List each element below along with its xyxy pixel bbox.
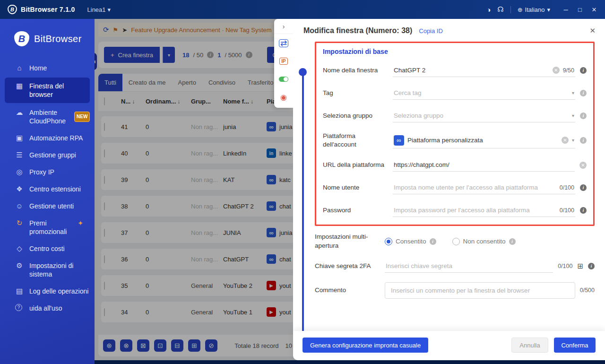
sidebar-item-home[interactable]: ⌂ Home [0, 60, 95, 77]
chevron-down-icon: ▾ [547, 6, 550, 13]
info-icon[interactable]: i [580, 207, 587, 214]
platform-select[interactable] [407, 137, 558, 144]
radio-selected-icon[interactable] [385, 238, 392, 245]
twofa-input[interactable] [386, 262, 552, 269]
info-icon[interactable]: i [580, 90, 587, 96]
question-icon: ? [15, 304, 22, 311]
sidebar-item-browser-window[interactable]: ▦ Finestra del browser [5, 78, 90, 103]
info-icon[interactable]: i [580, 137, 587, 144]
image-upload-icon[interactable]: ⊞ [577, 262, 583, 270]
modal-footer: Genera configurazione impronta casuale A… [293, 331, 605, 360]
robot-icon: ▣ [15, 134, 24, 142]
char-counter: 9/50 [563, 67, 574, 74]
info-icon[interactable]: i [509, 238, 516, 245]
brand-logo-icon: B [14, 31, 29, 46]
chevron-down-icon[interactable]: ▾ [572, 113, 574, 118]
sidebar-item-groups[interactable]: ☰ Gestione gruppi [0, 147, 95, 164]
info-icon[interactable]: i [580, 184, 587, 191]
close-button[interactable]: ✕ [588, 3, 600, 16]
fingerprint-icon[interactable]: ◉ [280, 93, 287, 102]
support-headset-icon[interactable]: ☊ [497, 5, 503, 14]
chevron-right-icon[interactable]: › [274, 19, 293, 34]
generate-fingerprint-button[interactable]: Genera configurazione impronta casuale [302, 338, 428, 353]
grid-icon: ▦ [15, 82, 24, 90]
base-settings-section: Impostazioni di base Nome della finestra… [315, 42, 595, 226]
char-counter: 0/100 [560, 207, 574, 214]
ip-icon[interactable]: IP [279, 58, 287, 65]
sidebar-item-rpa[interactable]: ▣ Automazione RPA [0, 130, 95, 147]
sidebar-item-rewards[interactable]: ↻ Premi promozionali ✦ [0, 215, 95, 240]
maximize-button[interactable]: □ [574, 3, 586, 16]
info-icon[interactable]: i [580, 67, 587, 74]
globe-icon: ⊕ [518, 6, 523, 13]
app-logo-icon: B [8, 5, 17, 14]
sidebar-item-logs[interactable]: ▤ Log delle operazioni [0, 283, 95, 300]
username-input[interactable] [394, 184, 556, 191]
char-counter: 0/100 [560, 184, 574, 191]
radio-consentito[interactable]: Consentito i [385, 238, 436, 245]
field-username: Nome utente 0/100 i [323, 181, 587, 194]
quick-tools-strip: › ⇄ IP ◉ [274, 19, 293, 108]
field-url: URL della piattaforma ✕ [323, 158, 587, 172]
location-icon: ◎ [15, 168, 24, 176]
custom-platform-icon: ∞ [394, 135, 404, 146]
new-badge: NEW [74, 112, 90, 122]
clear-icon[interactable]: ✕ [562, 137, 569, 144]
sidebar-item-proxy[interactable]: ◎ Proxy IP [0, 164, 95, 181]
reward-icon: ↻ [15, 219, 24, 227]
field-group: Seleziona gruppo ▾ i [323, 109, 587, 122]
field-password: Password 0/100 i [323, 204, 587, 217]
info-icon[interactable]: i [430, 238, 436, 245]
transfer-icon[interactable]: ⇄ [279, 39, 288, 47]
document-icon: ▤ [15, 287, 24, 295]
field-tag: Tag ▾ i [323, 87, 587, 100]
confirm-button[interactable]: Conferma [554, 338, 596, 353]
comment-input[interactable] [391, 287, 569, 294]
info-icon[interactable]: i [580, 113, 587, 119]
sidebar-item-extensions[interactable]: ❖ Centro estensioni [0, 181, 95, 198]
chevron-down-icon[interactable]: ▾ [572, 138, 574, 143]
sidebar-item-guide[interactable]: ? uida all'uso [0, 300, 95, 317]
password-input[interactable] [394, 207, 556, 214]
sidebar-item-settings[interactable]: ⚙ Impostazioni di sistema [0, 257, 95, 283]
platform-url-input[interactable] [394, 161, 574, 168]
radio-non-consentito[interactable]: Non consentito i [452, 238, 516, 245]
line-selector[interactable]: Linea1 ▾ [87, 6, 111, 13]
divider [510, 6, 511, 13]
toggle-icon[interactable] [279, 77, 288, 82]
brand-name: BitBrowser [34, 34, 82, 44]
users-icon: ☺ [15, 202, 24, 210]
layers-icon: ☰ [15, 151, 24, 159]
section-title: Impostazioni di base [323, 48, 587, 55]
edit-window-modal: Modifica finestra (Numero: 38) Copia ID … [293, 19, 605, 360]
title-bar: B BitBrowser 7.1.0 Linea1 ▾ ◑ ☊ ⊕ Italia… [0, 0, 605, 19]
copy-id-link[interactable]: Copia ID [419, 27, 443, 35]
sidebar: B BitBrowser ⌂ Home ▦ Finestra del brows… [0, 19, 95, 364]
cancel-button[interactable]: Annulla [511, 338, 548, 353]
field-comment: Commento 0/500 [315, 282, 595, 299]
radio-unselected-icon[interactable] [452, 238, 460, 245]
sparkles-icon: ✦ [78, 219, 83, 227]
shield-icon: ◇ [15, 244, 24, 253]
clear-icon[interactable]: ✕ [553, 67, 560, 74]
theme-toggle-icon[interactable]: ◑ [486, 6, 491, 14]
modal-title: Modifica finestra (Numero: 38) [303, 26, 412, 35]
field-platform: Piattaforma dell'account ∞ ✕ ▾ i [323, 132, 587, 149]
field-multi-open: Impostazioni multi-apertura Consentito i… [315, 233, 595, 250]
info-icon[interactable]: i [588, 263, 595, 269]
field-2fa: Chiave segreta 2FA 0/100 ⊞ i [315, 260, 595, 273]
chevron-down-icon[interactable]: ▾ [572, 90, 574, 95]
close-icon[interactable]: ✕ [589, 26, 596, 35]
minimize-button[interactable]: ─ [560, 3, 572, 16]
chevron-down-icon: ▾ [108, 6, 111, 13]
sidebar-item-cloudphone[interactable]: ☁ Ambiente CloudPhone NEW [0, 104, 95, 130]
app-title: BitBrowser 7.1.0 [21, 6, 75, 13]
sidebar-item-costs[interactable]: ◇ Centro costi [0, 240, 95, 257]
tag-input[interactable] [394, 89, 569, 96]
group-select[interactable] [394, 112, 569, 119]
clear-icon[interactable]: ✕ [579, 162, 587, 169]
sidebar-item-users[interactable]: ☺ Gestione utenti [0, 198, 95, 215]
char-counter: 0/100 [558, 263, 572, 269]
window-name-input[interactable] [394, 67, 549, 74]
language-selector[interactable]: ⊕ Italiano ▾ [518, 6, 550, 13]
